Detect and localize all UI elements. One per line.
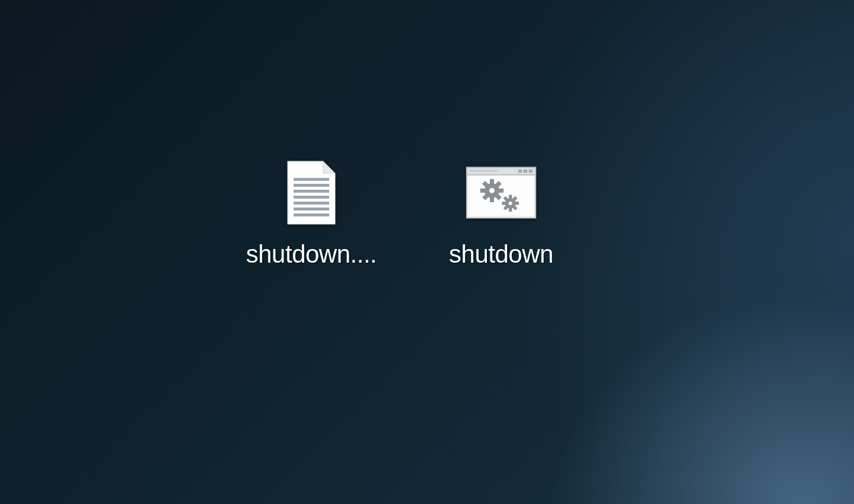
- desktop-icon-shutdown-batch[interactable]: shutdown: [424, 157, 578, 269]
- svg-rect-2: [294, 190, 329, 193]
- svg-rect-1: [294, 184, 329, 187]
- desktop-icon-label: shutdown....: [246, 240, 377, 269]
- svg-rect-28: [515, 202, 519, 205]
- text-document-icon: [276, 157, 347, 228]
- desktop-icon-shutdown-text[interactable]: shutdown....: [234, 157, 388, 269]
- batch-file-icon: [466, 157, 537, 228]
- svg-rect-9: [518, 170, 522, 173]
- svg-rect-4: [294, 202, 329, 205]
- svg-rect-12: [470, 170, 499, 172]
- desktop-icons-group: shutdown....: [234, 157, 578, 269]
- svg-rect-26: [509, 208, 512, 212]
- svg-rect-27: [502, 202, 506, 205]
- svg-rect-25: [509, 195, 512, 199]
- svg-rect-13: [469, 176, 533, 216]
- svg-rect-0: [294, 178, 329, 181]
- svg-rect-3: [294, 196, 329, 199]
- svg-rect-11: [529, 170, 533, 173]
- svg-rect-17: [480, 189, 486, 193]
- svg-rect-16: [490, 197, 494, 202]
- svg-rect-5: [294, 208, 329, 210]
- svg-rect-6: [294, 213, 329, 216]
- svg-rect-18: [498, 189, 504, 193]
- svg-point-33: [508, 202, 512, 205]
- svg-rect-15: [490, 179, 494, 184]
- svg-point-23: [489, 188, 495, 193]
- svg-rect-10: [524, 170, 527, 173]
- desktop-icon-label: shutdown: [449, 240, 553, 269]
- desktop-background[interactable]: shutdown....: [0, 0, 854, 504]
